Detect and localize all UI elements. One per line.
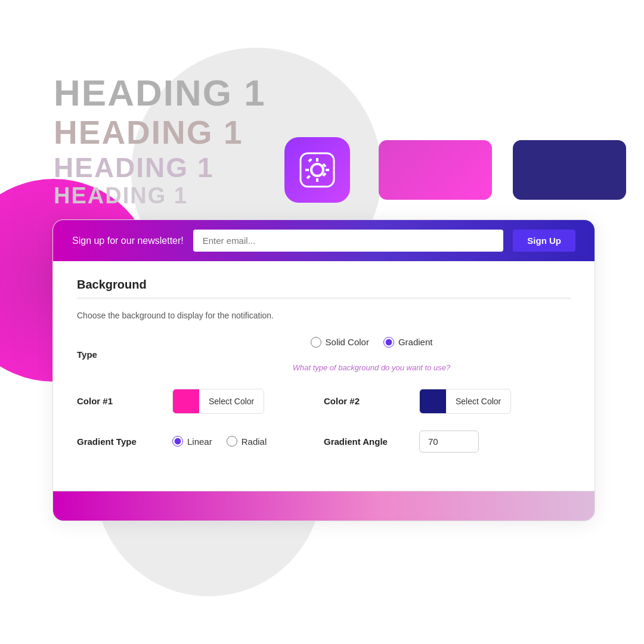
main-card: Sign up for our newsletter! Sign Up Back… — [52, 219, 595, 521]
heading-1: HEADING 1 — [54, 72, 266, 114]
swatch-pink — [379, 140, 492, 200]
type-radio-group: Solid Color Gradient — [311, 337, 433, 348]
color2-select-label: Select Color — [446, 397, 510, 406]
color2-label: Color #2 — [324, 396, 419, 406]
type-row: Type Solid Color Gradient What type of b… — [77, 337, 571, 372]
solid-color-option[interactable]: Solid Color — [311, 337, 369, 348]
type-hint: What type of background do you want to u… — [293, 363, 451, 372]
linear-radio[interactable] — [172, 436, 183, 447]
type-control: Solid Color Gradient What type of backgr… — [172, 337, 571, 372]
gradient-type-label: Gradient Type — [77, 436, 172, 447]
solid-color-radio[interactable] — [311, 337, 321, 348]
section-title: Background — [77, 278, 571, 292]
color1-button[interactable]: Select Color — [172, 389, 264, 414]
gradient-option[interactable]: Gradient — [383, 337, 433, 348]
newsletter-text: Sign up for our newsletter! — [72, 236, 184, 246]
radial-option[interactable]: Radial — [227, 436, 267, 447]
solid-color-label: Solid Color — [326, 337, 369, 347]
color1-select-label: Select Color — [199, 397, 264, 406]
color-row: Color #1 Select Color Color #2 Select Co… — [77, 389, 571, 414]
radial-radio[interactable] — [227, 436, 237, 447]
radial-label: Radial — [242, 436, 267, 447]
card-footer — [53, 491, 595, 521]
color1-label: Color #1 — [77, 396, 172, 406]
card-body: Background Choose the background to disp… — [53, 261, 595, 491]
gradient-type-radio-group: Linear Radial — [172, 436, 267, 447]
headings-container: HEADING 1 HEADING 1 HEADING 1 HEADING 1 — [54, 72, 266, 209]
gear-icon — [298, 151, 336, 189]
gradient-angle-label: Gradient Angle — [324, 436, 419, 447]
gradient-type-col: Gradient Type Linear Radial — [77, 436, 324, 447]
type-label: Type — [77, 349, 172, 360]
gradient-label: Gradient — [398, 337, 433, 347]
section-divider — [77, 298, 571, 299]
gradient-type-row: Gradient Type Linear Radial Gradient Ang… — [77, 431, 571, 453]
color1-col: Color #1 Select Color — [77, 389, 324, 414]
section-desc: Choose the background to display for the… — [77, 311, 571, 320]
color2-swatch — [420, 389, 446, 413]
gradient-radio[interactable] — [383, 337, 394, 348]
heading-2: HEADING 1 — [54, 114, 266, 151]
swatch-purple — [513, 140, 626, 200]
gradient-angle-col: Gradient Angle — [324, 431, 571, 453]
gradient-angle-input[interactable] — [419, 431, 479, 453]
heading-3: HEADING 1 — [54, 152, 266, 184]
linear-label: Linear — [187, 436, 212, 447]
email-input[interactable] — [193, 230, 504, 252]
heading-4: HEADING 1 — [54, 183, 266, 209]
color1-swatch — [173, 389, 199, 413]
linear-option[interactable]: Linear — [172, 436, 212, 447]
signup-button[interactable]: Sign Up — [513, 230, 575, 252]
color2-col: Color #2 Select Color — [324, 389, 571, 414]
newsletter-banner: Sign up for our newsletter! Sign Up — [53, 220, 595, 261]
color2-button[interactable]: Select Color — [419, 389, 511, 414]
gear-box — [284, 137, 350, 203]
